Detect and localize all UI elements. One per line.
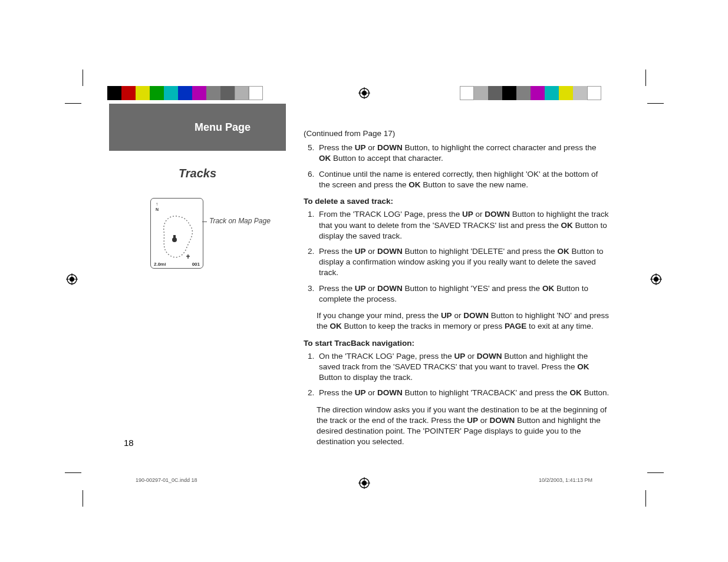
note-no: If you change your mind, press the UP or… — [317, 310, 610, 332]
reg-mark-right — [650, 273, 662, 285]
steps-continue: Press the UP or DOWN Button, to highligh… — [304, 143, 610, 190]
callout-text: Track on Map Page — [209, 217, 271, 225]
slug-right: 10/2/2003, 1:41:13 PM — [539, 477, 592, 483]
crop-mark — [645, 490, 646, 507]
body-text: (Continued from Page 17) Press the UP or… — [304, 128, 610, 453]
svg-rect-18 — [173, 235, 176, 239]
crop-mark — [647, 103, 664, 104]
crop-mark — [65, 103, 81, 104]
heading-tracback: To start TracBack navigation: — [304, 338, 610, 349]
crop-mark — [645, 70, 646, 86]
steps-tracback: On the 'TRACK LOG' Page, press the UP or… — [304, 351, 610, 399]
crop-mark — [647, 472, 664, 473]
note-direction: The direction window asks you if you wan… — [317, 405, 610, 448]
crop-mark — [83, 490, 83, 507]
banner-text: Menu Page — [195, 121, 251, 134]
step-5: Press the UP or DOWN Button, to highligh… — [317, 143, 610, 164]
reg-mark-left — [66, 273, 78, 285]
north-label: N — [156, 207, 159, 211]
map-scale: 2.0mi — [154, 262, 166, 267]
section-title: Tracks — [109, 167, 286, 180]
step-6: Continue until the name is entered corre… — [317, 169, 610, 190]
delete-step-2: Press the UP or DOWN Button to highlight… — [317, 246, 610, 279]
menu-banner: Menu Page — [109, 104, 286, 151]
slug-left: 190-00297-01_0C.indd 18 — [136, 477, 197, 483]
delete-step-1: From the 'TRACK LOG' Page, press the UP … — [317, 209, 610, 242]
svg-text:↑: ↑ — [156, 201, 158, 207]
callout-line — [202, 222, 207, 222]
map-figure: ↑ N 2.0mi 001 — [150, 198, 203, 269]
heading-delete: To delete a saved track: — [304, 196, 610, 207]
map-waypoint: 001 — [192, 262, 200, 267]
page-number: 18 — [124, 438, 134, 448]
delete-step-3: Press the UP or DOWN Button to highlight… — [317, 283, 610, 305]
continued-line: (Continued from Page 17) — [304, 128, 610, 139]
tracback-step-2: Press the UP or DOWN Button to highlight… — [317, 388, 610, 398]
crop-mark — [65, 472, 81, 473]
tracback-step-1: On the 'TRACK LOG' Page, press the UP or… — [317, 351, 610, 384]
steps-delete: From the 'TRACK LOG' Page, press the UP … — [304, 209, 610, 305]
page-content: Menu Page Tracks ↑ N 2.0mi 001 Track on … — [83, 75, 645, 488]
